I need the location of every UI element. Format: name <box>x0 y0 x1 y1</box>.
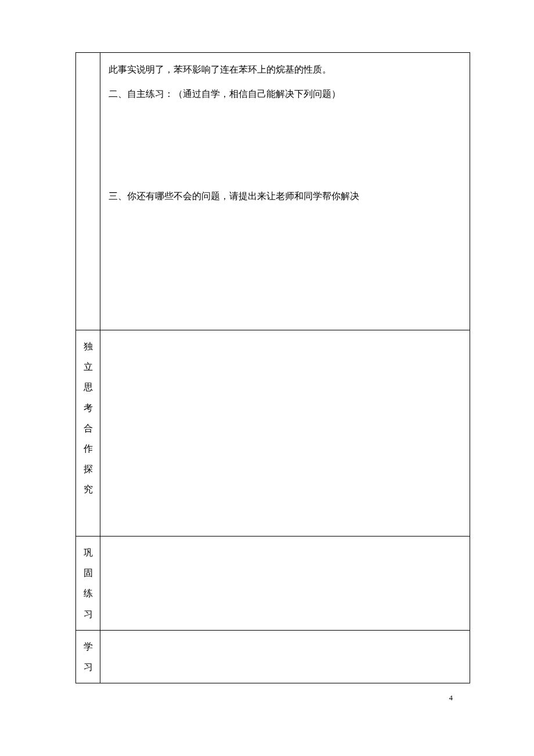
table-row: 学 习 <box>76 630 470 683</box>
row-content-cell: 此事实说明了，苯环影响了连在苯环上的烷基的性质。 二、自主练习：（通过自学，相信… <box>100 53 470 330</box>
spacer <box>109 106 461 184</box>
row-content-cell <box>100 630 470 683</box>
page-container: 此事实说明了，苯环影响了连在苯环上的烷基的性质。 二、自主练习：（通过自学，相信… <box>0 0 534 683</box>
row-label-cell-study: 学 习 <box>76 630 100 683</box>
label-char: 思 <box>78 377 98 397</box>
row-content-cell <box>100 537 470 631</box>
table-row: 巩 固 练 习 <box>76 537 470 631</box>
label-char: 习 <box>78 657 98 677</box>
table-row: 独 立 思 考 合 作 探 究 <box>76 330 470 537</box>
content-line-2: 二、自主练习：（通过自学，相信自己能解决下列问题） <box>109 82 461 106</box>
label-char: 探 <box>78 459 98 479</box>
label-char: 学 <box>78 636 98 657</box>
row-label-cell-practice: 巩 固 练 习 <box>76 537 100 631</box>
row-label-cell-think: 独 立 思 考 合 作 探 究 <box>76 330 100 537</box>
worksheet-table: 此事实说明了，苯环影响了连在苯环上的烷基的性质。 二、自主练习：（通过自学，相信… <box>75 52 470 683</box>
label-char: 独 <box>78 336 98 357</box>
label-char: 究 <box>78 479 98 499</box>
row-content-cell <box>100 330 470 537</box>
label-char: 作 <box>78 438 98 459</box>
content-line-3: 三、你还有哪些不会的问题，请提出来让老师和同学帮你解决 <box>109 184 461 208</box>
label-char: 合 <box>78 418 98 438</box>
row-label-cell <box>76 53 100 330</box>
content-line-1: 此事实说明了，苯环影响了连在苯环上的烷基的性质。 <box>109 57 461 82</box>
label-char: 习 <box>78 604 98 624</box>
label-char: 巩 <box>78 542 98 563</box>
label-char: 立 <box>78 357 98 377</box>
table-row: 此事实说明了，苯环影响了连在苯环上的烷基的性质。 二、自主练习：（通过自学，相信… <box>76 53 470 330</box>
label-char: 考 <box>78 398 98 418</box>
page-number: 4 <box>449 693 453 703</box>
label-char: 固 <box>78 563 98 583</box>
label-char: 练 <box>78 583 98 603</box>
